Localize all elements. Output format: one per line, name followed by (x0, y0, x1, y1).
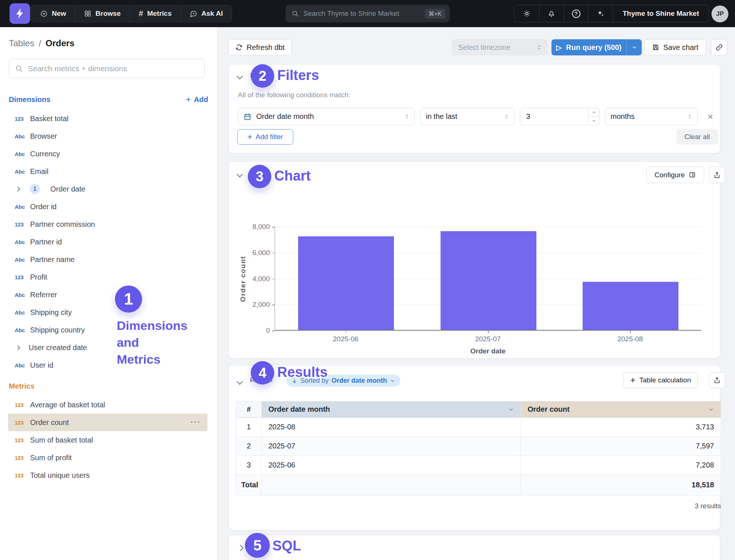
export-results-button[interactable] (709, 372, 725, 388)
stepper-down-button[interactable] (589, 116, 599, 125)
nav-new-button[interactable]: New (31, 5, 75, 22)
chart-bar[interactable] (441, 231, 536, 330)
chevron-right-icon[interactable] (15, 345, 20, 350)
results-section-label[interactable]: Results (250, 377, 272, 384)
share-link-button[interactable] (711, 39, 727, 55)
fields-search[interactable] (9, 59, 205, 78)
filter-field-select[interactable]: Order date month (238, 108, 415, 125)
global-search[interactable]: ⌘+K (286, 5, 450, 22)
fields-search-input[interactable] (28, 64, 199, 73)
sidebar-item-partner-id[interactable]: AbcPartner id (0, 233, 217, 251)
sidebar-item-order-date[interactable]: 1Order date (0, 180, 217, 198)
nav-ask-ai-button[interactable]: Ask AI (181, 5, 232, 22)
expand-chevron-icon[interactable] (238, 545, 244, 551)
row-index-cell[interactable]: 2 (236, 437, 262, 456)
filter-value-number[interactable] (520, 112, 572, 121)
sidebar-item-partner-commission[interactable]: 123Partner commission (0, 215, 217, 233)
breadcrumb-tables-link[interactable]: Tables (9, 38, 34, 48)
column-header-order-date-month[interactable]: Order date month (262, 401, 521, 418)
sidebar-item-profit[interactable]: 123Profit (0, 268, 217, 286)
metrics-list: 123Average of basket total123Order count… (0, 396, 217, 484)
sidebar-item-partner-name[interactable]: AbcPartner name (0, 251, 217, 268)
number-type-icon: 123 (15, 472, 30, 479)
explore-main: Refresh dbt Select timezone ▷ Run query … (217, 27, 735, 560)
metric-cell[interactable]: 7,597 (521, 437, 721, 456)
table-row[interactable]: 12025-083,713 (236, 418, 721, 437)
sidebar-item-average-of-basket-total[interactable]: 123Average of basket total (0, 396, 217, 414)
chart-bar[interactable] (298, 236, 394, 330)
sidebar-item-user-id[interactable]: AbcUser id (0, 356, 217, 374)
help-button[interactable]: ? (564, 5, 588, 22)
y-axis-tick-label: 8,000 (229, 223, 270, 231)
run-query-button[interactable]: ▷ Run query (500) (551, 39, 642, 55)
sidebar-item-shipping-city[interactable]: AbcShipping city (0, 303, 217, 321)
y-axis-tick (272, 253, 275, 254)
table-row[interactable]: 32025-067,208 (236, 456, 721, 475)
sidebar-item-basket-total[interactable]: 123Basket total (0, 110, 217, 127)
chart-plot-area (275, 227, 701, 331)
y-axis-tick-label: 0 (229, 327, 270, 335)
sidebar-item-label: Order count (30, 418, 69, 427)
dimension-cell[interactable]: 2025-07 (262, 437, 521, 456)
number-type-icon: 123 (15, 419, 30, 426)
add-filter-button[interactable]: + Add filter (237, 129, 293, 145)
string-type-icon: Abc (15, 151, 30, 157)
remove-filter-button[interactable] (705, 112, 716, 122)
timezone-select[interactable]: Select timezone (452, 39, 548, 55)
table-calculation-button[interactable]: + Table calculation (623, 372, 698, 388)
sidebar-item-browser[interactable]: AbcBrowser (0, 127, 217, 145)
save-icon (652, 44, 659, 51)
filter-unit-select[interactable]: months (605, 108, 698, 125)
row-index-cell[interactable]: 1 (236, 418, 262, 437)
sidebar-item-shipping-country[interactable]: AbcShipping country (0, 321, 217, 339)
x-axis-tick-label: 2025-06 (316, 335, 375, 343)
sidebar-item-user-created-date[interactable]: User created date (0, 339, 217, 356)
sidebar-item-email[interactable]: AbcEmail (0, 163, 217, 180)
sidebar-item-order-count[interactable]: 123Order count··· (8, 414, 207, 431)
sidebar-item-order-id[interactable]: AbcOrder id (0, 198, 217, 215)
table-row[interactable]: 22025-077,597 (236, 437, 721, 456)
filters-section-label[interactable]: Filters (250, 72, 269, 79)
sidebar-item-sum-of-basket-total[interactable]: 123Sum of basket total (0, 431, 217, 449)
sorted-by-badge[interactable]: Sorted by Order date month (286, 375, 400, 387)
ai-sparkles-button[interactable] (588, 5, 613, 22)
x-axis-tick-label: 2025-07 (459, 335, 517, 343)
chart-bar[interactable] (583, 282, 678, 330)
clear-all-filters-button[interactable]: Clear all (676, 129, 718, 145)
global-search-input[interactable] (303, 10, 425, 18)
dimension-cell[interactable]: 2025-08 (262, 418, 521, 437)
collapse-chevron-icon[interactable] (237, 379, 243, 385)
refresh-dbt-button[interactable]: Refresh dbt (228, 39, 292, 55)
string-type-icon: Abc (15, 239, 30, 245)
stepper-up-button[interactable] (589, 108, 599, 116)
collapse-chevron-icon[interactable] (237, 73, 243, 80)
row-index-cell[interactable]: 3 (236, 456, 262, 475)
add-dimension-button[interactable]: +Add (186, 95, 208, 104)
save-chart-button[interactable]: Save chart (644, 39, 706, 55)
app-logo[interactable] (10, 3, 30, 24)
caret-updown-icon (687, 113, 693, 120)
metric-cell[interactable]: 7,208 (521, 456, 721, 475)
metrics-title: Metrics (9, 382, 35, 390)
notifications-button[interactable] (539, 5, 564, 22)
string-type-icon: Abc (15, 309, 30, 316)
dimension-cell[interactable]: 2025-06 (262, 456, 521, 475)
user-avatar[interactable]: JP (712, 6, 728, 22)
sidebar-item-referrer[interactable]: AbcReferrer (0, 286, 217, 303)
chevron-down-icon (390, 378, 395, 383)
sql-section-label[interactable]: SQL (250, 543, 263, 551)
filter-operator-select[interactable]: in the last (420, 108, 514, 125)
project-name[interactable]: Thyme to Shine Market (613, 5, 709, 22)
settings-button[interactable] (514, 5, 539, 22)
nav-browse-button[interactable]: Browse (75, 5, 130, 22)
nav-metrics-button[interactable]: # Metrics (130, 5, 181, 22)
chevron-right-icon[interactable] (15, 187, 20, 192)
sidebar-item-currency[interactable]: AbcCurrency (0, 145, 217, 163)
run-query-dropdown[interactable] (626, 39, 642, 55)
sidebar-item-total-unique-users[interactable]: 123Total unique users (0, 466, 217, 484)
sidebar-item-sum-of-profit[interactable]: 123Sum of profit (0, 449, 217, 466)
column-header-order-count[interactable]: Order count (521, 401, 721, 418)
metric-cell[interactable]: 3,713 (521, 418, 721, 437)
chart-panel: Chart Configure Order date Order count 0… (228, 161, 720, 359)
item-menu-icon[interactable]: ··· (191, 418, 201, 427)
